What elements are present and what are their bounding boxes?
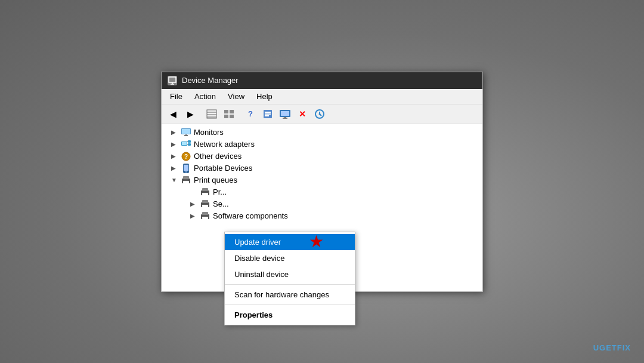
- context-menu: Update driver Disable device Uninstall d…: [224, 232, 355, 325]
- help-button[interactable]: ?: [243, 107, 258, 121]
- detail-view-button[interactable]: [221, 107, 237, 121]
- svg-rect-7: [224, 110, 228, 113]
- svg-point-22: [319, 113, 321, 115]
- other-devices-label: Other devices: [194, 152, 242, 161]
- icon-network: [181, 140, 191, 149]
- icon-portable-devices: [181, 164, 191, 173]
- window-title: Device Manager: [182, 76, 239, 85]
- svg-rect-36: [184, 165, 188, 171]
- icon-software-components: [200, 211, 210, 221]
- svg-rect-29: [188, 140, 191, 143]
- uninstall-button[interactable]: ✕: [295, 107, 310, 121]
- svg-rect-8: [230, 110, 234, 113]
- arrow-monitors: ▶: [171, 129, 181, 136]
- arrow-other: ▶: [171, 153, 181, 159]
- svg-rect-39: [183, 176, 189, 179]
- svg-rect-9: [224, 115, 228, 118]
- svg-rect-0: [169, 77, 176, 82]
- svg-rect-14: [265, 115, 269, 116]
- svg-line-32: [187, 144, 188, 144]
- toolbar: ◀ ▶ ? ✕: [162, 104, 482, 124]
- svg-rect-44: [202, 193, 208, 195]
- arrow-network: ▶: [171, 141, 181, 147]
- tree-item-print-sub1[interactable]: Pr...: [162, 186, 482, 198]
- ctx-uninstall-device[interactable]: Uninstall device: [225, 266, 355, 282]
- svg-rect-24: [182, 129, 190, 134]
- scan-button[interactable]: [312, 107, 327, 121]
- svg-rect-12: [265, 112, 271, 113]
- list-view-button[interactable]: [204, 107, 219, 121]
- back-button[interactable]: ◀: [165, 107, 181, 121]
- title-bar: Device Manager: [162, 72, 482, 89]
- icon-print-queues: [181, 176, 191, 185]
- icon-monitors: [181, 128, 191, 137]
- ctx-properties[interactable]: Properties: [225, 307, 355, 323]
- svg-rect-40: [183, 181, 189, 183]
- ctx-update-driver[interactable]: Update driver: [225, 234, 355, 250]
- ctx-scan-hardware[interactable]: Scan for hardware changes: [225, 287, 355, 303]
- properties-button[interactable]: [260, 107, 275, 121]
- icon-other-devices: ?: [181, 152, 191, 161]
- print-sub1-label: Pr...: [213, 187, 227, 196]
- svg-rect-10: [230, 115, 234, 118]
- arrow-print: ▼: [171, 177, 181, 183]
- svg-rect-30: [188, 143, 191, 146]
- software-components-label: Software components: [213, 211, 288, 220]
- monitors-label: Monitors: [194, 128, 224, 137]
- print-queues-label: Print queues: [194, 176, 237, 184]
- menu-file[interactable]: File: [164, 90, 188, 103]
- arrow-portable: ▶: [171, 165, 181, 171]
- tree-item-portable-devices[interactable]: ▶ Portable Devices: [162, 162, 482, 174]
- ctx-disable-device[interactable]: Disable device: [225, 250, 355, 266]
- svg-rect-43: [202, 188, 208, 191]
- svg-text:?: ?: [184, 153, 188, 160]
- tree-item-other-devices[interactable]: ▶ ? Other devices: [162, 150, 482, 162]
- menu-action[interactable]: Action: [188, 90, 222, 103]
- menu-bar: File Action View Help: [162, 89, 482, 104]
- tree-item-network-adapters[interactable]: ▶ Network adapters: [162, 139, 482, 150]
- svg-rect-50: [202, 217, 208, 219]
- ctx-separator-2: [225, 304, 355, 305]
- svg-rect-13: [265, 113, 271, 115]
- monitor-button[interactable]: [277, 107, 293, 121]
- icon-print-sub2: [200, 199, 210, 209]
- device-manager-window: Device Manager File Action View Help ◀ ▶…: [161, 72, 483, 292]
- svg-point-37: [185, 171, 187, 173]
- forward-button[interactable]: ▶: [182, 107, 198, 121]
- window-icon: [168, 76, 177, 85]
- network-adapters-label: Network adapters: [194, 140, 255, 149]
- portable-devices-label: Portable Devices: [194, 164, 252, 173]
- menu-help[interactable]: Help: [250, 90, 278, 103]
- menu-view[interactable]: View: [222, 90, 250, 103]
- svg-rect-16: [281, 111, 289, 116]
- svg-rect-49: [202, 212, 208, 215]
- svg-rect-41: [184, 180, 188, 180]
- tree-item-print-sub2[interactable]: ▶ Se...: [162, 198, 482, 210]
- svg-rect-47: [202, 205, 208, 207]
- tree-item-software-components[interactable]: ▶ Software components: [162, 210, 482, 222]
- svg-rect-46: [202, 200, 208, 203]
- content-area: ▶ Monitors ▶ Network adapters ▶ ? Other …: [162, 124, 482, 291]
- tree-item-print-queues[interactable]: ▼ Print queues: [162, 174, 482, 186]
- print-sub2-label: Se...: [213, 199, 229, 208]
- watermark: UGETFIX: [593, 343, 631, 352]
- ctx-separator-1: [225, 284, 355, 285]
- icon-print-sub1: [200, 187, 210, 197]
- tree-item-monitors[interactable]: ▶ Monitors: [162, 127, 482, 139]
- svg-rect-28: [182, 142, 187, 145]
